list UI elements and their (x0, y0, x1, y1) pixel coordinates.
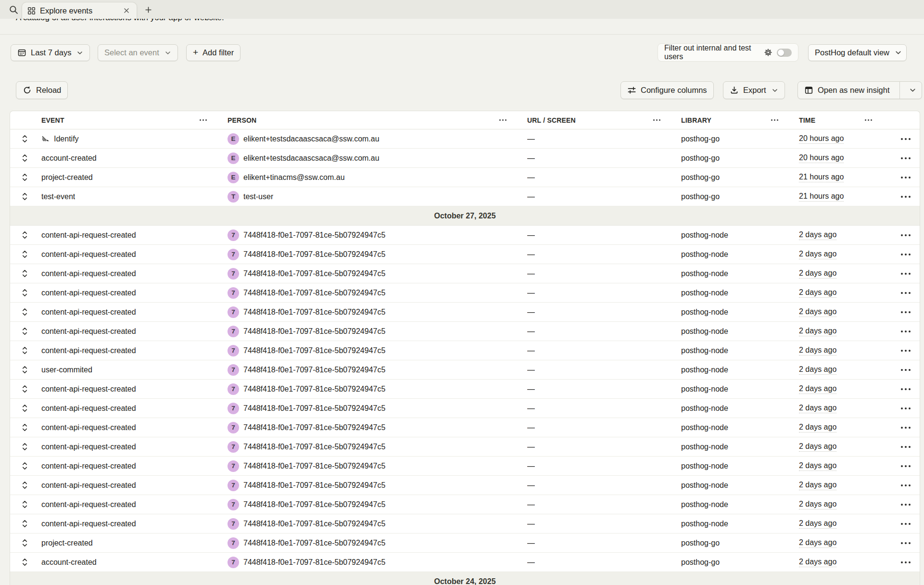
person-link[interactable]: 7 7448f418-f0e1-7097-81ce-5b07924947c5 (225, 480, 525, 491)
row-drag-handle[interactable] (10, 384, 39, 394)
test-users-toggle[interactable] (777, 49, 792, 57)
row-drag-handle[interactable] (10, 557, 39, 567)
row-actions-button[interactable] (900, 386, 911, 392)
row-drag-handle[interactable] (10, 268, 39, 279)
person-link[interactable]: 7 7448f418-f0e1-7097-81ce-5b07924947c5 (225, 326, 525, 337)
event-name: content-api-request-created (41, 423, 136, 432)
person-link[interactable]: E elikent+tinacms@ssw.com.au (225, 172, 525, 183)
row-drag-handle[interactable] (10, 288, 39, 298)
column-menu-button[interactable] (770, 117, 779, 123)
person-link[interactable]: 7 7448f418-f0e1-7097-81ce-5b07924947c5 (225, 364, 525, 376)
person-link[interactable]: 7 7448f418-f0e1-7097-81ce-5b07924947c5 (225, 229, 525, 241)
column-menu-button[interactable] (864, 117, 873, 123)
row-actions-button[interactable] (900, 367, 911, 373)
person-link[interactable]: 7 7448f418-f0e1-7097-81ce-5b07924947c5 (225, 557, 525, 568)
row-actions-button[interactable] (900, 560, 911, 565)
row-actions-button[interactable] (900, 502, 911, 508)
row-actions-button[interactable] (900, 348, 911, 354)
person-name: 7448f418-f0e1-7097-81ce-5b07924947c5 (243, 289, 385, 297)
person-link[interactable]: 7 7448f418-f0e1-7097-81ce-5b07924947c5 (225, 268, 525, 280)
person-link[interactable]: 7 7448f418-f0e1-7097-81ce-5b07924947c5 (225, 422, 525, 433)
person-link[interactable]: 7 7448f418-f0e1-7097-81ce-5b07924947c5 (225, 383, 525, 395)
close-tab-button[interactable] (122, 6, 131, 15)
person-link[interactable]: 7 7448f418-f0e1-7097-81ce-5b07924947c5 (225, 403, 525, 414)
date-range-button[interactable]: Last 7 days (11, 44, 90, 61)
row-drag-handle[interactable] (10, 519, 39, 529)
row-actions-button[interactable] (900, 232, 911, 238)
row-actions-button[interactable] (900, 155, 911, 161)
row-drag-handle[interactable] (10, 134, 39, 144)
row-drag-handle[interactable] (10, 365, 39, 375)
row-drag-handle[interactable] (10, 422, 39, 432)
row-drag-handle[interactable] (10, 461, 39, 471)
column-menu-button[interactable] (199, 117, 208, 123)
row-actions-button[interactable] (900, 463, 911, 469)
person-avatar: 7 (228, 326, 239, 337)
test-users-settings-button[interactable] (764, 48, 772, 57)
row-drag-handle[interactable] (10, 230, 39, 240)
open-insight-dropdown-button[interactable] (904, 82, 922, 99)
table-row: test-event T test-user — posthog-go 21 h… (10, 187, 920, 206)
row-actions-button[interactable] (900, 136, 911, 142)
column-menu-button[interactable] (498, 117, 507, 123)
person-link[interactable]: E elikent+testsdacaascsaca@ssw.com.au (225, 133, 525, 145)
chevron-down-icon (165, 50, 171, 56)
row-actions-button[interactable] (900, 309, 911, 315)
row-actions-button[interactable] (900, 540, 911, 546)
row-drag-handle[interactable] (10, 442, 39, 452)
row-actions-button[interactable] (900, 329, 911, 334)
person-link[interactable]: 7 7448f418-f0e1-7097-81ce-5b07924947c5 (225, 499, 525, 510)
row-actions-button[interactable] (900, 252, 911, 257)
person-link[interactable]: 7 7448f418-f0e1-7097-81ce-5b07924947c5 (225, 287, 525, 299)
row-actions-button[interactable] (900, 444, 911, 450)
row-actions-button[interactable] (900, 271, 911, 277)
export-button[interactable]: Export (723, 81, 785, 99)
person-link[interactable]: E elikent+testsdacaascsaca@ssw.com.au (225, 153, 525, 164)
url-value: — (527, 423, 535, 432)
configure-columns-button[interactable]: Configure columns (620, 81, 714, 99)
row-actions-button[interactable] (900, 425, 911, 431)
add-filter-button[interactable]: + Add filter (186, 44, 240, 61)
header-library-column: LIBRARY (679, 116, 797, 124)
event-name: content-api-request-created (41, 404, 136, 413)
person-link[interactable]: 7 7448f418-f0e1-7097-81ce-5b07924947c5 (225, 306, 525, 318)
person-link[interactable]: 7 7448f418-f0e1-7097-81ce-5b07924947c5 (225, 460, 525, 472)
person-link[interactable]: 7 7448f418-f0e1-7097-81ce-5b07924947c5 (225, 537, 525, 549)
row-drag-handle[interactable] (10, 538, 39, 548)
row-drag-handle[interactable] (10, 191, 39, 202)
person-link[interactable]: 7 7448f418-f0e1-7097-81ce-5b07924947c5 (225, 441, 525, 453)
view-select-button[interactable]: PostHog default view (808, 44, 907, 61)
column-menu-button[interactable] (652, 117, 661, 123)
row-actions-button[interactable] (900, 290, 911, 296)
person-link[interactable]: 7 7448f418-f0e1-7097-81ce-5b07924947c5 (225, 518, 525, 530)
event-select-button[interactable]: Select an event (98, 44, 178, 61)
tab-explore-events[interactable]: Explore events (22, 2, 137, 19)
time-value: 21 hours ago (799, 173, 844, 182)
row-actions-button[interactable] (900, 406, 911, 411)
row-drag-handle[interactable] (10, 172, 39, 182)
row-drag-handle[interactable] (10, 153, 39, 163)
time-value: 20 hours ago (799, 134, 844, 144)
person-link[interactable]: 7 7448f418-f0e1-7097-81ce-5b07924947c5 (225, 345, 525, 356)
row-drag-handle[interactable] (10, 480, 39, 490)
row-drag-handle[interactable] (10, 326, 39, 336)
reload-button[interactable]: Reload (16, 81, 68, 99)
new-tab-button[interactable] (143, 5, 153, 14)
time-value: 2 days ago (799, 404, 836, 413)
library-value: posthog-node (681, 250, 728, 259)
person-link[interactable]: 7 7448f418-f0e1-7097-81ce-5b07924947c5 (225, 249, 525, 260)
open-insight-button[interactable]: Open as new insight (797, 81, 922, 99)
row-drag-handle[interactable] (10, 499, 39, 509)
url-value: — (527, 481, 535, 490)
row-actions-button[interactable] (900, 483, 911, 488)
table-row: content-api-request-created 7 7448f418-f… (10, 437, 920, 457)
row-actions-button[interactable] (900, 521, 911, 527)
search-button[interactable] (7, 4, 20, 15)
row-drag-handle[interactable] (10, 403, 39, 413)
person-link[interactable]: T test-user (225, 191, 525, 203)
row-drag-handle[interactable] (10, 249, 39, 259)
row-actions-button[interactable] (900, 175, 911, 180)
row-drag-handle[interactable] (10, 307, 39, 317)
row-drag-handle[interactable] (10, 345, 39, 356)
row-actions-button[interactable] (900, 194, 911, 200)
